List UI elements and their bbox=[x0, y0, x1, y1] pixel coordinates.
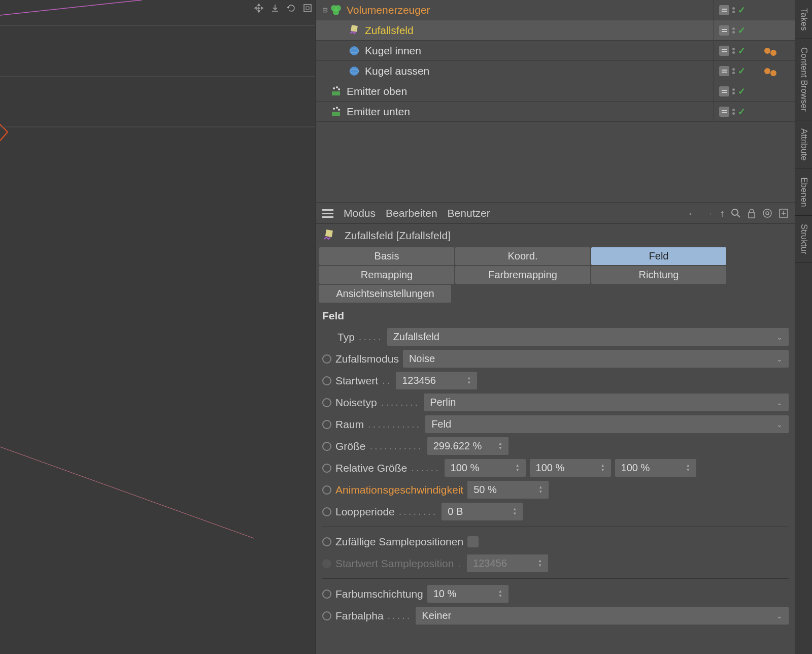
check-icon[interactable]: ✓ bbox=[738, 66, 746, 77]
anim-dot[interactable] bbox=[322, 420, 331, 429]
noisetyp-dropdown[interactable]: Perlin⌄ bbox=[424, 394, 789, 411]
tab-feld[interactable]: Feld bbox=[591, 247, 726, 265]
viewport[interactable] bbox=[0, 0, 316, 654]
side-tab-struktur[interactable]: Struktur bbox=[795, 216, 812, 263]
check-icon[interactable]: ✓ bbox=[738, 25, 746, 36]
side-tab-attribute[interactable]: Attribute bbox=[795, 120, 812, 169]
object-row-kugel-aussen[interactable]: Kugel aussen ✓ bbox=[316, 61, 795, 81]
tab-ansicht[interactable]: Ansichtseinstellungen bbox=[319, 285, 451, 303]
anim-dot[interactable] bbox=[322, 398, 331, 407]
nav-up-icon[interactable]: ↑ bbox=[720, 208, 725, 219]
anim-dot[interactable] bbox=[322, 537, 331, 546]
randomfield-icon bbox=[322, 229, 335, 242]
move-icon[interactable] bbox=[253, 2, 265, 14]
visibility-dots-icon[interactable] bbox=[732, 68, 735, 74]
field-anim: Animationsgeschwindigkeit 50 %▲▼ bbox=[316, 479, 795, 501]
lock-icon[interactable] bbox=[747, 208, 756, 218]
rel-groesse-z-input[interactable]: 100 %▲▼ bbox=[615, 459, 696, 477]
visibility-dots-icon[interactable] bbox=[732, 48, 735, 54]
add-icon[interactable] bbox=[779, 208, 789, 218]
tab-basis[interactable]: Basis bbox=[319, 247, 454, 265]
farbum-input[interactable]: 10 %▲▼ bbox=[427, 585, 509, 603]
object-label: Volumenerzeuger bbox=[347, 4, 714, 16]
layer-tag-icon[interactable] bbox=[719, 5, 729, 15]
layer-tag-icon[interactable] bbox=[719, 66, 729, 76]
svg-point-28 bbox=[338, 88, 340, 90]
anim-dot[interactable] bbox=[322, 464, 331, 473]
svg-point-21 bbox=[350, 67, 359, 76]
rel-groesse-x-input[interactable]: 100 %▲▼ bbox=[445, 459, 526, 477]
visibility-dots-icon[interactable] bbox=[732, 27, 735, 34]
tab-remapping[interactable]: Remapping bbox=[319, 266, 454, 284]
menu-benutzer[interactable]: Benutzer bbox=[448, 207, 490, 219]
typ-dropdown[interactable]: Zufallsfeld⌄ bbox=[387, 328, 789, 346]
anim-dot[interactable] bbox=[322, 354, 331, 364]
loop-input[interactable]: 0 B▲▼ bbox=[442, 503, 523, 520]
tab-koord[interactable]: Koord. bbox=[455, 247, 590, 265]
anim-dot[interactable] bbox=[322, 376, 331, 385]
target-icon[interactable] bbox=[762, 208, 772, 218]
side-tab-takes[interactable]: Takes bbox=[795, 0, 812, 39]
groesse-input[interactable]: 299.622 %▲▼ bbox=[427, 437, 509, 455]
nav-forward-icon[interactable]: → bbox=[703, 208, 714, 219]
layer-tag-icon[interactable] bbox=[719, 25, 729, 36]
sphere-icon bbox=[348, 44, 361, 57]
svg-rect-45 bbox=[325, 230, 333, 237]
zufpos-checkbox[interactable] bbox=[467, 536, 479, 547]
anim-dot[interactable] bbox=[322, 507, 331, 516]
object-tags: ✓ bbox=[714, 81, 764, 101]
check-icon[interactable]: ✓ bbox=[738, 86, 746, 97]
object-row-zufallsfeld[interactable]: Zufallsfeld ✓ bbox=[316, 20, 795, 41]
menu-modus[interactable]: Modus bbox=[344, 207, 376, 219]
object-tree[interactable]: ⊟ Volumenerzeuger ✓ Zufallsfeld ✓ bbox=[316, 0, 795, 203]
tab-richtung[interactable]: Richtung bbox=[591, 266, 726, 284]
anim-dot[interactable] bbox=[322, 442, 331, 451]
hamburger-icon[interactable] bbox=[322, 209, 333, 218]
frame-icon[interactable] bbox=[301, 2, 314, 14]
field-startwert: Startwert .. 123456▲▼ bbox=[316, 370, 795, 391]
layer-tag-icon[interactable] bbox=[719, 86, 729, 96]
svg-rect-35 bbox=[722, 110, 727, 111]
anim-dot[interactable] bbox=[322, 485, 331, 495]
svg-rect-36 bbox=[722, 112, 727, 113]
visibility-dots-icon[interactable] bbox=[732, 88, 735, 94]
object-extra-tags[interactable] bbox=[764, 66, 795, 76]
svg-point-41 bbox=[766, 212, 769, 215]
object-tags: ✓ bbox=[714, 61, 764, 81]
anim-dot[interactable] bbox=[322, 590, 331, 599]
expand-icon[interactable]: ⊟ bbox=[320, 6, 329, 14]
raum-dropdown[interactable]: Feld⌄ bbox=[425, 415, 789, 433]
farbalpha-dropdown[interactable]: Keiner⌄ bbox=[416, 607, 789, 625]
menu-bearbeiten[interactable]: Bearbeiten bbox=[386, 207, 437, 219]
layer-tag-icon[interactable] bbox=[719, 107, 729, 117]
check-icon[interactable]: ✓ bbox=[738, 106, 746, 117]
rel-groesse-y-input[interactable]: 100 %▲▼ bbox=[530, 459, 611, 477]
field-rel-groesse: Relative Größe ...... 100 %▲▼ 100 %▲▼ 10… bbox=[316, 457, 795, 479]
svg-line-2 bbox=[0, 0, 142, 15]
object-extra-tags[interactable] bbox=[764, 46, 795, 56]
field-typ: Typ ..... Zufallsfeld⌄ bbox=[316, 326, 795, 348]
visibility-dots-icon[interactable] bbox=[732, 7, 735, 13]
object-row-volumenerzeuger[interactable]: ⊟ Volumenerzeuger ✓ bbox=[316, 0, 795, 20]
anim-dot[interactable] bbox=[322, 611, 331, 620]
side-tab-content-browser[interactable]: Content Browser bbox=[795, 39, 812, 120]
volume-icon bbox=[329, 4, 343, 17]
nav-back-icon[interactable]: ← bbox=[687, 208, 697, 219]
startwert-input[interactable]: 123456▲▼ bbox=[396, 372, 477, 389]
zufallsmodus-dropdown[interactable]: Noise⌄ bbox=[403, 350, 789, 368]
check-icon[interactable]: ✓ bbox=[738, 45, 746, 56]
tab-farbremapping[interactable]: Farbremapping bbox=[455, 266, 590, 284]
visibility-dots-icon[interactable] bbox=[732, 109, 735, 115]
object-row-emitter-oben[interactable]: Emitter oben ✓ bbox=[316, 81, 795, 102]
object-row-emitter-unten[interactable]: Emitter unten ✓ bbox=[316, 102, 795, 122]
object-label: Zufallsfeld bbox=[365, 24, 714, 37]
object-tags: ✓ bbox=[714, 20, 764, 40]
download-icon[interactable] bbox=[269, 2, 281, 14]
search-icon[interactable] bbox=[731, 208, 741, 218]
check-icon[interactable]: ✓ bbox=[738, 5, 746, 16]
refresh-icon[interactable] bbox=[285, 2, 297, 14]
layer-tag-icon[interactable] bbox=[719, 46, 729, 56]
object-row-kugel-innen[interactable]: Kugel innen ✓ bbox=[316, 41, 795, 61]
side-tab-ebenen[interactable]: Ebenen bbox=[795, 169, 812, 216]
anim-input[interactable]: 50 %▲▼ bbox=[467, 481, 549, 499]
